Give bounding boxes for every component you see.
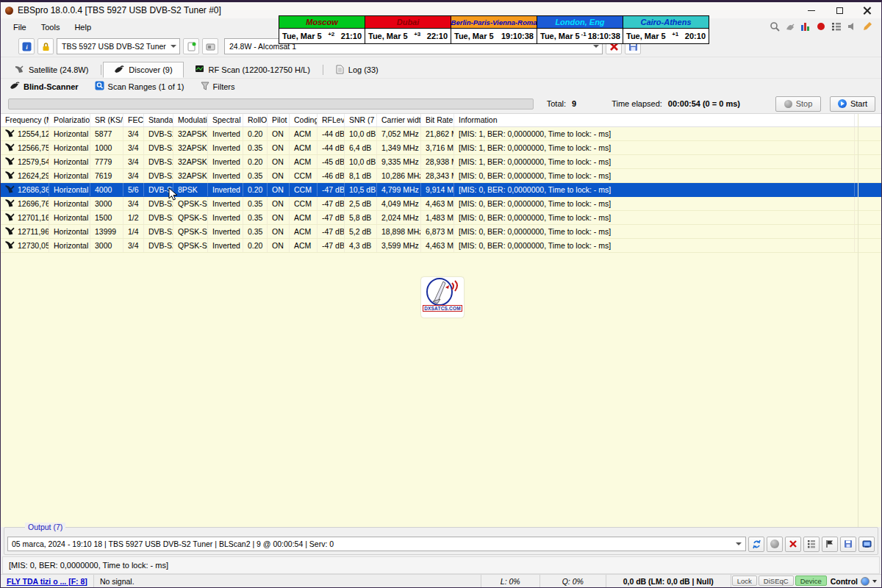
subtab-scan-ranges[interactable]: Scan Ranges (1 of 1) (92, 79, 187, 93)
save-log-button[interactable] (840, 537, 856, 552)
column-header[interactable]: Frequency (MHz) (1, 114, 49, 126)
column-header[interactable]: Modulation (173, 114, 208, 126)
tv-button[interactable] (858, 537, 875, 552)
dxsatcs-logo-graphic (426, 277, 459, 306)
table-row[interactable]: 12696,761Horizontal30003/4DVB-S2QPSK-S2I… (1, 197, 881, 211)
table-cell: 12624,295 (1, 169, 49, 182)
ebspro-window: EBSpro 18.0.0.4 [TBS 5927 USB DVB-S2 Tun… (0, 0, 882, 588)
table-cell: 12730,055 (1, 239, 49, 252)
log-options-button[interactable] (803, 537, 820, 552)
table-cell: 3/4 (123, 169, 144, 182)
edit-pencil-icon[interactable] (862, 21, 872, 32)
top-icon-strip (770, 21, 872, 32)
lock-button[interactable] (37, 38, 54, 54)
flag-button[interactable] (822, 537, 838, 552)
column-header[interactable]: Standard (144, 114, 173, 126)
table-row[interactable]: 12624,295Horizontal76193/4DVB-S232APSKIn… (1, 169, 881, 183)
table-row[interactable]: 12566,756Horizontal10003/4DVB-S232APSKIn… (1, 141, 881, 155)
table-cell: 4,463 Mbit/s (421, 239, 454, 252)
table-cell: [MIS: 1, BER: 0,0000000, Time to lock: -… (454, 127, 855, 140)
column-header[interactable]: Information (454, 114, 855, 126)
column-header[interactable]: SR (KS/s) (90, 114, 123, 126)
details-list-icon[interactable] (831, 21, 842, 32)
table-cell: Inverted (208, 225, 243, 238)
subtab-filters[interactable]: Filters (198, 80, 238, 93)
table-cell: -46 dBm (318, 169, 345, 182)
refresh-button[interactable] (748, 537, 764, 552)
table-row[interactable]: 12730,055Horizontal30003/4DVB-S2QPSK-S2I… (1, 239, 881, 253)
table-cell: DVB-S2 (144, 127, 173, 140)
clock-london: London, Eng Tue, Mar 5-118:10:38 (537, 16, 623, 43)
close-button[interactable] (853, 2, 881, 18)
table-cell: 2,5 dB (345, 197, 377, 210)
menu-help[interactable]: Help (68, 21, 98, 34)
subtab-label: Scan Ranges (1 of 1) (108, 82, 184, 91)
chevron-down-icon (171, 45, 176, 48)
clock-time: 20:10 (685, 32, 706, 40)
column-header[interactable]: Polarization (49, 114, 90, 126)
clock-time: 18:10:38 (588, 32, 620, 40)
subtab-blind-scanner[interactable]: Blind-Scanner (7, 80, 82, 93)
info-button[interactable]: i (18, 38, 35, 54)
start-play-icon (838, 99, 847, 108)
clock-date: Tue, Mar 5 (454, 32, 494, 40)
tab-discover[interactable]: Discover (9) (103, 62, 183, 78)
column-header[interactable]: Coding ... (290, 114, 318, 126)
table-cell: ON (268, 141, 290, 154)
table-cell: ON (268, 183, 290, 196)
column-header[interactable]: SNR (7 dB) (345, 114, 377, 126)
lock-status-button[interactable]: Lock (732, 576, 757, 586)
output-log-select[interactable]: 05 marca, 2024 - 19:10 18 | TBS 5927 USB… (7, 537, 746, 551)
tab-satellite[interactable]: Satellite (24.8W) (4, 62, 99, 78)
blind-scanner-icon (10, 82, 20, 91)
menu-tools[interactable]: Tools (35, 21, 67, 34)
start-button[interactable]: Start (830, 96, 875, 112)
record-icon[interactable] (816, 21, 826, 32)
table-cell: 8,1 dB (345, 169, 377, 182)
table-cell: 3/4 (123, 239, 144, 252)
table-cell: QPSK-S2 (173, 211, 208, 224)
menu-file[interactable]: File (7, 21, 33, 34)
maximize-button[interactable] (825, 2, 853, 18)
stop-label: Stop (796, 99, 813, 108)
table-cell: ACM (290, 141, 318, 154)
clock-moscow: Moscow Tue, Mar 5+221:10 (279, 16, 365, 43)
column-header[interactable]: Pilot (268, 114, 290, 126)
upload-settings-button[interactable] (202, 38, 218, 54)
column-header[interactable]: RollOff (243, 114, 268, 126)
stop-button[interactable]: Stop (775, 96, 821, 112)
satellite-dish-icon (5, 198, 15, 209)
tuner-select[interactable]: TBS 5927 USB DVB-S2 Tuner (57, 38, 180, 54)
speaker-icon[interactable] (847, 21, 857, 32)
service-link[interactable]: FLY TDA tizi o ... [F: 8] (1, 575, 94, 587)
transponder-list-button[interactable] (183, 38, 199, 54)
table-row[interactable]: 12701,161Horizontal15001/2DVB-S2QPSK-S2I… (1, 211, 881, 225)
table-cell: Inverted (208, 197, 243, 210)
table-row[interactable]: 12711,962Horizontal139991/4DVB-S2QPSK-S2… (1, 225, 881, 239)
search-icon[interactable] (770, 21, 780, 32)
tab-log[interactable]: Log (33) (325, 62, 390, 78)
clear-output-button[interactable] (785, 537, 801, 552)
column-header[interactable]: RFLevel (318, 114, 345, 126)
tab-rf-scan[interactable]: RF Scan (12200-12750 H/L) (184, 62, 321, 78)
table-cell: 0.35 (243, 141, 268, 154)
table-cell: 10,5 dB (345, 183, 377, 196)
table-row[interactable]: 12554,125Horizontal58773/4DVB-S232APSKIn… (1, 127, 881, 141)
column-header[interactable]: Spectral in... (208, 114, 243, 126)
pause-ball-button[interactable] (767, 537, 783, 552)
device-button[interactable]: Device (795, 576, 827, 586)
minimize-button[interactable] (797, 2, 825, 18)
satellite-dish-icon (5, 184, 15, 195)
table-cell: -47 dBm (318, 239, 345, 252)
table-row[interactable]: 12579,541Horizontal77793/4DVB-S232APSKIn… (1, 155, 881, 169)
antenna-icon[interactable] (785, 21, 795, 32)
table-row[interactable]: 12686,361Horizontal40005/6DVB-S28PSKInve… (1, 183, 881, 197)
diseqc-button[interactable]: DiSEqC (759, 576, 794, 586)
column-header[interactable]: Carrier width (377, 114, 421, 126)
column-header[interactable]: FEC (123, 114, 144, 126)
column-header[interactable]: Bit Rate (421, 114, 454, 126)
table-cell: QPSK-S2 (173, 197, 208, 210)
control-menu[interactable]: Control (828, 575, 881, 587)
chart-icon[interactable] (800, 21, 811, 32)
tab-separator (101, 65, 101, 75)
